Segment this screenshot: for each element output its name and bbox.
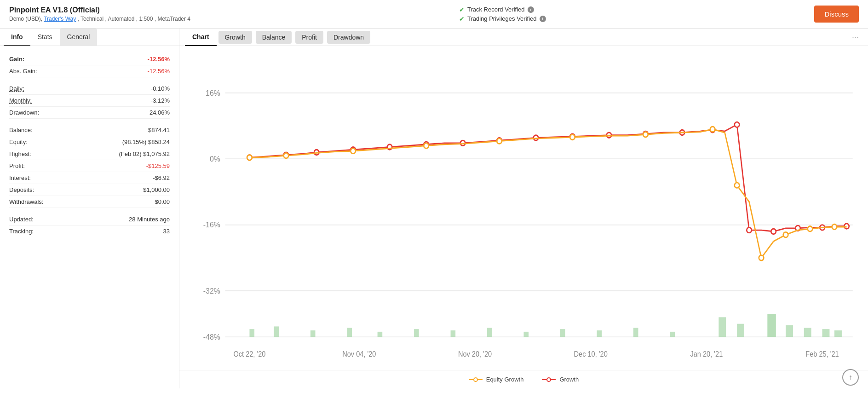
svg-rect-21 (414, 329, 419, 337)
info-value-8: -$125.59 (146, 162, 170, 169)
info-value-1: -12.56% (148, 68, 170, 75)
info-icon-2[interactable]: i (540, 16, 546, 22)
subtitle-suffix: , Technical , Automated , 1:500 , MetaTr… (78, 16, 190, 22)
scroll-to-top-button[interactable]: ↑ (842, 369, 859, 386)
svg-point-52 (771, 229, 776, 234)
svg-text:Dec 10, '20: Dec 10, '20 (574, 350, 608, 358)
info-row-6: Equity:(98.15%) $858.24 (9, 136, 170, 148)
info-row-5: Balance:$874.41 (9, 124, 170, 136)
svg-rect-34 (822, 329, 830, 337)
info-value-10: $1,000.00 (143, 186, 170, 193)
svg-rect-20 (378, 332, 383, 337)
info-row-3: Monthly:-3.12% (9, 95, 170, 107)
tab-chart[interactable]: Chart (185, 29, 217, 46)
more-options-icon[interactable]: ··· (848, 32, 862, 42)
info-value-12: 28 Minutes ago (129, 216, 170, 223)
svg-rect-26 (597, 330, 602, 337)
info-row-10: Deposits:$1,000.00 (9, 184, 170, 196)
svg-rect-29 (719, 317, 726, 337)
info-label-9: Interest: (9, 174, 31, 181)
info-value-0: -12.56% (148, 56, 170, 63)
svg-rect-19 (347, 328, 352, 337)
trading-privileges-verified: ✔ Trading Privileges Verified i (459, 15, 546, 23)
svg-text:Nov 04, '20: Nov 04, '20 (342, 350, 376, 358)
svg-point-67 (808, 226, 813, 231)
svg-point-68 (832, 224, 837, 229)
svg-rect-17 (274, 326, 279, 337)
subtitle: Demo (USD), Trader's Way , Technical , A… (9, 16, 190, 22)
traders-way-link[interactable]: Trader's Way (44, 16, 76, 22)
chart-legend: Equity Growth Growth (179, 370, 868, 388)
section-gap-1 (9, 77, 170, 83)
info-label-11: Withdrawals: (9, 198, 43, 205)
info-content: Gain:-12.56%Abs. Gain:-12.56%Daily:-0.10… (0, 46, 179, 388)
verified-label-2: Trading Privileges Verified (467, 15, 537, 22)
svg-rect-25 (560, 329, 565, 337)
info-value-4: 24.06% (149, 109, 170, 116)
svg-text:Feb 25, '21: Feb 25, '21 (805, 350, 839, 358)
info-row-13: Tracking:33 (9, 225, 170, 237)
info-value-5: $874.41 (148, 127, 170, 133)
svg-text:-16%: -16% (203, 220, 220, 230)
info-row-12: Updated:28 Minutes ago (9, 214, 170, 225)
info-value-2: -0.10% (151, 85, 170, 92)
info-icon-1[interactable]: i (528, 6, 534, 13)
verified-label-1: Track Record Verified (467, 6, 525, 13)
svg-text:Oct 22, '20: Oct 22, '20 (233, 350, 265, 358)
info-value-9: -$6.92 (153, 174, 170, 181)
info-row-0: Gain:-12.56% (9, 53, 170, 65)
info-label-3[interactable]: Monthly: (9, 97, 32, 104)
check-icon-2: ✔ (459, 15, 465, 23)
legend-growth-label: Growth (559, 376, 579, 383)
legend-equity-line-icon (469, 376, 483, 383)
info-value-11: $0.00 (155, 198, 170, 205)
info-label-8: Profit: (9, 162, 25, 169)
svg-point-57 (284, 153, 289, 158)
svg-rect-35 (834, 330, 842, 337)
info-label-2[interactable]: Daily: (9, 85, 24, 92)
svg-point-66 (783, 232, 788, 237)
svg-text:16%: 16% (206, 88, 220, 98)
growth-chart: 16% 0% -16% -32% -48% Oct 22, '20 Nov 04… (189, 53, 859, 370)
legend-growth: Growth (542, 376, 579, 383)
tab-general[interactable]: General (60, 29, 98, 46)
info-value-13: 33 (163, 228, 170, 235)
header: Pinpoint EA V1.8 (Official) Demo (USD), … (0, 0, 868, 29)
svg-text:0%: 0% (210, 154, 220, 163)
legend-equity-label: Equity Growth (486, 376, 524, 383)
info-row-1: Abs. Gain:-12.56% (9, 65, 170, 77)
info-row-4: Drawdown:24.06% (9, 107, 170, 119)
svg-rect-28 (670, 332, 675, 337)
chart-tab-bar: Chart Growth Balance Profit Drawdown ··· (179, 29, 868, 46)
svg-point-61 (570, 134, 575, 139)
svg-rect-18 (310, 330, 316, 337)
discuss-button[interactable]: Discuss (814, 6, 859, 23)
svg-point-62 (643, 132, 648, 137)
subtitle-prefix: Demo (USD), (9, 16, 42, 22)
svg-point-59 (424, 143, 429, 148)
left-panel: Info Stats General Gain:-12.56%Abs. Gain… (0, 29, 179, 388)
svg-text:Jan 20, '21: Jan 20, '21 (690, 350, 723, 358)
section-gap-4 (9, 119, 170, 124)
left-tab-bar: Info Stats General (0, 29, 179, 46)
svg-point-70 (474, 378, 477, 381)
tab-drawdown[interactable]: Drawdown (327, 31, 370, 44)
svg-text:-48%: -48% (203, 332, 220, 341)
tab-info[interactable]: Info (4, 29, 30, 46)
tab-stats[interactable]: Stats (30, 29, 60, 46)
info-row-9: Interest:-$6.92 (9, 172, 170, 184)
page-title: Pinpoint EA V1.8 (Official) (9, 6, 190, 14)
info-label-4: Drawdown: (9, 109, 39, 116)
svg-point-72 (547, 378, 551, 381)
svg-rect-16 (249, 329, 254, 337)
tab-growth[interactable]: Growth (218, 31, 252, 44)
tab-balance[interactable]: Balance (256, 31, 292, 44)
svg-rect-23 (487, 328, 492, 337)
info-label-1: Abs. Gain: (9, 68, 37, 75)
tab-profit[interactable]: Profit (295, 31, 323, 44)
svg-rect-33 (804, 328, 811, 337)
info-label-0: Gain: (9, 56, 24, 63)
svg-point-50 (735, 122, 740, 127)
info-value-7: (Feb 02) $1,075.92 (119, 150, 170, 157)
svg-rect-24 (524, 332, 529, 337)
